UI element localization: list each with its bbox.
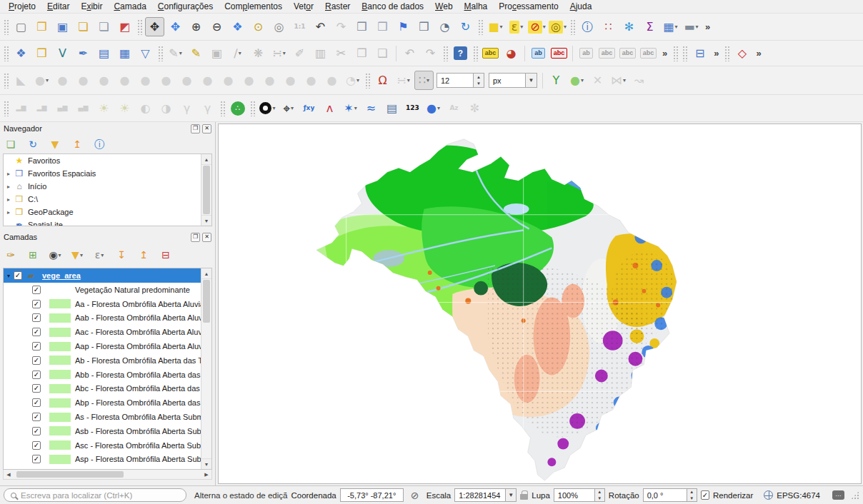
toolbar-drag-handle[interactable] [250,101,255,116]
scale-combobox[interactable]: 1:28281454 ▼ [454,488,517,502]
chevron-down-icon[interactable]: ▾ [520,24,523,30]
legend-item[interactable]: ✓Aab - Floresta Ombrófila Aberta Aluvial… [4,311,211,326]
snapping-toggle-button[interactable]: Ω [373,71,392,90]
chevron-down-icon[interactable]: ▾ [179,50,182,56]
advanced-digitizing-dock-button[interactable]: ∷▾ [414,71,434,90]
profile-tool-plugin-button[interactable]: ▤ [382,99,401,118]
measure-button[interactable]: ▬▾ [682,17,701,36]
show-hide-labels-button[interactable]: abc [597,44,617,63]
chevron-down-icon[interactable]: ▾ [543,24,546,30]
toolbar-drag-handle[interactable] [158,46,163,61]
pan-to-selection-button[interactable]: ✥ [166,17,185,36]
chevron-down-icon[interactable]: ▾ [696,24,699,30]
layers-hscrollbar[interactable]: ◀ ▶ [3,470,212,480]
legend-item[interactable]: ✓Au - Floresta Ombrófila Aberta [4,466,211,470]
legend-item-checkbox[interactable]: ✓ [32,342,41,351]
scroll-right-icon[interactable]: ▶ [201,470,211,479]
add-delimited-text-layer-button[interactable]: V [53,44,72,63]
select-by-location-button[interactable]: ◎▾ [548,17,567,36]
pan-map-button[interactable]: ✥ [145,17,164,36]
legend-item[interactable]: ✓Aa - Floresta Ombrófila Aberta Aluvial [4,297,211,311]
lock-scale-icon[interactable] [520,494,528,500]
crs-globe-icon[interactable] [764,490,773,500]
legend-item[interactable]: ✓Aac - Floresta Ombrófila Aberta Aluvial… [4,325,211,339]
measure-123-plugin-button[interactable]: 123 [403,99,422,118]
select-by-expression-button[interactable]: ε▾ [507,17,526,36]
browser-item-spatialite[interactable]: ✒SpatiaLite [4,218,211,226]
legend-item-checkbox[interactable]: ✓ [32,286,41,294]
coordinate-input[interactable]: -5,73° -87,21° [340,488,404,502]
show-bookmarks-button[interactable]: ❒ [414,17,434,36]
chevron-down-icon[interactable]: ▾ [291,105,294,111]
toolbar-drag-handle[interactable] [220,101,225,116]
legend-item-checkbox[interactable]: ✓ [32,398,41,407]
layers-style-button[interactable]: ✑ [4,248,18,262]
menu-web[interactable]: Web [429,1,458,12]
legend-item-checkbox[interactable]: ✓ [32,356,41,365]
layers-visibility-button[interactable]: ◉▾ [48,248,62,262]
magnifier-spinbox[interactable]: 100% ▲▼ [554,488,605,502]
toolbar1-overflow-button[interactable]: » [702,21,714,32]
toolbar-drag-handle[interactable] [4,46,9,61]
expander-icon[interactable]: ▸ [4,196,14,203]
rotation-spinbox[interactable]: 0,0 ° ▲▼ [643,488,697,502]
select-features-button[interactable]: ■▾ [486,17,505,36]
expander-icon[interactable]: ▸ [4,171,14,177]
menu-ajuda[interactable]: Ajuda [564,1,598,12]
scroll-thumb[interactable] [16,471,124,478]
chevron-down-icon[interactable]: ▾ [59,252,61,258]
layers-filter-legend-button[interactable]: ▼▾ [70,248,84,262]
browser-item-favoritos[interactable]: ★Favoritos [4,154,211,167]
chevron-down-icon[interactable]: ▾ [101,252,104,258]
temporal-controller-button[interactable]: ◔ [435,17,454,36]
tracing-toggle-button[interactable]: Y [547,71,566,90]
geometry-checker-button[interactable]: ◇ [732,44,752,63]
menu-projeto[interactable]: Projeto [3,1,41,12]
chevron-down-icon[interactable]: ▼ [506,488,517,502]
vertex-path-plugin-button[interactable]: ʌ [320,99,339,118]
scroll-thumb[interactable] [203,280,210,323]
toolbar-drag-handle[interactable] [443,46,448,61]
chevron-down-icon[interactable]: ▾ [356,77,359,84]
spin-arrows[interactable]: ▲▼ [687,488,697,502]
browser-filter-button[interactable]: ▼ [48,137,62,151]
menu-camada[interactable]: Camada [108,1,151,12]
target-crosshair-plugin-button[interactable]: ⌖▾ [279,99,298,118]
swap-geometry-plugin-button[interactable]: ●▾ [424,99,443,118]
legend-item[interactable]: ✓Abp - Floresta Ombrófila Aberta das Ter… [4,395,211,410]
browser-add-layers-button[interactable]: ❏ [4,137,18,151]
open-attribute-table-button[interactable]: ▦▾ [661,17,680,36]
layout-manager-button[interactable]: ❏ [94,17,114,36]
legend-item[interactable]: ✓Asb - Floresta Ombrófila Aberta Submont… [4,424,211,438]
legend-item-checkbox[interactable]: ✓ [32,427,41,435]
style-manager-button[interactable]: ◩ [115,17,134,36]
toolbar-drag-handle[interactable] [365,73,370,89]
browser-scrollbar[interactable]: ▲ ▼ [201,154,211,226]
menu-complementos[interactable]: Complementos [219,1,288,12]
spin-arrows[interactable]: ▲▼ [474,73,484,88]
legend-item-checkbox[interactable]: ✓ [32,413,41,421]
browser-properties-button[interactable]: ⓘ [92,137,106,151]
legend-item[interactable]: ✓As - Floresta Ombrófila Aberta Submonta… [4,410,211,424]
layers-close-button[interactable]: ✕ [202,233,211,242]
legend-item[interactable]: ✓Ab - Floresta Ombrófila Aberta das Terr… [4,353,211,368]
menu-raster[interactable]: Raster [319,1,356,12]
legend-item-checkbox[interactable]: ✓ [32,455,41,463]
zoom-out-button[interactable]: ⊖ [207,17,226,36]
layer-group-vege-area[interactable]: ▾✓▰vege_area [4,268,211,283]
toggle-editing-button[interactable]: ✎ [186,44,206,63]
layers-filter-expression-button[interactable]: ε▾ [92,248,106,262]
browser-item-geopackage[interactable]: ▸❒GeoPackage [4,206,211,218]
xy-curve-plugin-button[interactable]: ƒxy [299,99,319,118]
chevron-down-icon[interactable]: ▾ [80,252,83,258]
legend-item-checkbox[interactable]: ✓ [32,384,41,393]
toolbar-drag-handle[interactable] [4,101,9,116]
resize-grip[interactable] [851,491,859,500]
zoom-to-layer-button[interactable]: ◎ [269,17,289,36]
browser-float-button[interactable]: ❐ [191,124,200,133]
legend-item[interactable]: ✓Aap - Floresta Ombrófila Aberta Aluvial… [4,339,211,353]
new-project-button[interactable]: ▢ [11,17,31,36]
menu-configuracoes[interactable]: Configurações [152,1,219,12]
zoom-full-button[interactable]: ❖ [228,17,247,36]
legend-item-checkbox[interactable]: ✓ [32,313,41,322]
